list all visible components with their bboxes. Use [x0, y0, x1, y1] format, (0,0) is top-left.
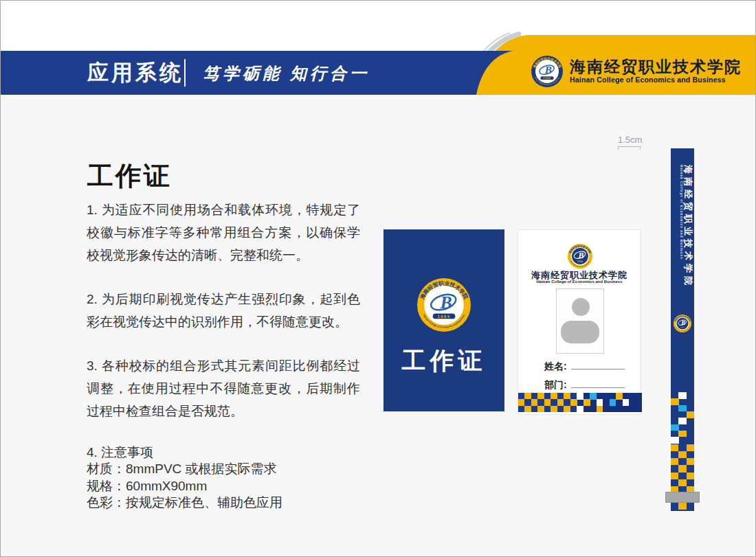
pattern-cell [531, 406, 538, 412]
dept-label: 部门: [544, 379, 567, 390]
pattern-cell [524, 406, 531, 412]
list-item: 3. 各种校标的组合形式其元素间距比例都经过调整，在使用过程中不得随意更改，后期… [87, 354, 360, 422]
person-silhouette-icon [572, 298, 590, 316]
pattern-cell [583, 399, 590, 406]
pattern-cell [678, 458, 687, 466]
strap-college-name-en: Hainan College of Economics and Business [679, 165, 683, 324]
pattern-cell [524, 399, 531, 406]
name-blank-line [571, 361, 625, 370]
section-title: 工作证 [87, 159, 172, 194]
list-item: 色彩：按规定标准色、辅助色应用 [87, 495, 360, 512]
pattern-cell [537, 399, 544, 406]
badge-front-card: 海南经贸职业技术学院 Hainan College of Economics a… [518, 229, 641, 415]
pattern-cell [671, 424, 679, 431]
width-measure-label: 1.5cm [618, 135, 642, 145]
header-divider [184, 59, 186, 87]
pattern-cell [687, 479, 694, 487]
pattern-cell [678, 418, 687, 424]
pattern-cell [678, 444, 687, 452]
pattern-cell [687, 451, 694, 459]
pattern-cell [537, 406, 544, 412]
pattern-cell [597, 399, 603, 406]
body-copy: 1. 为适应不同使用场合和载体环境，特规定了校徽与标准字等多种常用组合方案，以确… [87, 198, 360, 512]
pattern-cell [678, 392, 687, 399]
strap-checker-pattern [671, 444, 694, 493]
pattern-cell [610, 399, 616, 406]
width-measure-bracket [618, 146, 641, 150]
college-logo-icon [531, 56, 563, 87]
checker-strip [518, 393, 642, 412]
photo-placeholder [556, 288, 604, 354]
pattern-cell [570, 393, 577, 400]
pattern-cell [687, 444, 694, 452]
list-item: 1. 为适应不同使用场合和载体环境，特规定了校徽与标准字等多种常用组合方案，以确… [87, 198, 360, 266]
paragraphs: 1. 为适应不同使用场合和载体环境，特规定了校徽与标准字等多种常用组合方案，以确… [87, 198, 360, 422]
list-item: 规格：60mmX90mm [87, 478, 360, 495]
pattern-cell [537, 393, 544, 400]
lanyard-clasp [665, 492, 700, 503]
pattern-cell [671, 444, 679, 452]
badge-back-card: 工作证 [383, 229, 504, 411]
pattern-cell [671, 458, 679, 466]
pattern-cell [518, 406, 525, 412]
pattern-cell [570, 406, 577, 412]
notes-title: 4. 注意事项 [87, 444, 360, 461]
header-brand: 海南经贸职业技术学院 Hainan College of Economics a… [531, 56, 742, 87]
page-title: 应用系统 [87, 58, 184, 87]
pattern-cell [678, 479, 687, 487]
pattern-cell [671, 451, 679, 459]
strap-tail-pattern [671, 503, 694, 510]
pattern-cell [524, 393, 531, 400]
pattern-cell [678, 451, 687, 459]
college-logo-icon [674, 315, 691, 332]
pattern-cell [671, 473, 679, 480]
pattern-cell [577, 393, 583, 400]
pattern-cell [557, 393, 564, 400]
dept-blank-line [571, 380, 625, 388]
pattern-cell [531, 393, 538, 400]
pattern-cell [544, 399, 551, 406]
pattern-cell [564, 406, 570, 412]
pattern-cell [678, 465, 687, 473]
list-item: 材质：8mmPVC 或根据实际需求 [87, 461, 360, 478]
pattern-cell [671, 479, 679, 487]
pattern-cell [687, 503, 694, 510]
pattern-cell [678, 473, 687, 480]
pattern-cell [544, 393, 551, 400]
pattern-cell [518, 399, 525, 406]
strap-text: 海南经贸职业技术学院 Hainan College of Economics a… [679, 165, 693, 324]
college-logo-icon [417, 278, 471, 332]
lanyard-strap: 海南经贸职业技术学院 Hainan College of Economics a… [671, 148, 694, 511]
college-name-en: Hainan College of Economics and Business [570, 76, 742, 84]
pattern-cell [671, 465, 679, 473]
notes-list: 材质：8mmPVC 或根据实际需求规格：60mmX90mm色彩：按规定标准色、辅… [87, 461, 360, 512]
pattern-cell [564, 393, 570, 400]
name-label: 姓名: [544, 361, 567, 372]
college-name-cn: 海南经贸职业技术学院 [570, 59, 742, 76]
pattern-cell [551, 393, 557, 400]
pattern-cell [557, 399, 564, 406]
pattern-cell [597, 406, 603, 412]
pattern-cell [687, 473, 694, 480]
vi-manual-page: 应用系统 笃学砺能 知行合一 海南经贸职业技术学院 Hainan College… [0, 0, 756, 557]
pattern-cell [577, 406, 583, 412]
pattern-cell [616, 393, 623, 400]
pattern-cell [678, 503, 687, 510]
college-logo-icon [568, 244, 592, 269]
brand-names: 海南经贸职业技术学院 Hainan College of Economics a… [570, 59, 742, 84]
pattern-cell [544, 406, 551, 412]
pattern-cell [671, 398, 679, 405]
pattern-cell [687, 458, 694, 466]
pattern-cell [570, 399, 577, 406]
pattern-cell [564, 399, 570, 406]
pattern-cell [590, 393, 597, 400]
person-silhouette-body [561, 321, 599, 343]
pattern-cell [518, 393, 525, 400]
strap-college-name-cn: 海南经贸职业技术学院 [683, 165, 693, 324]
pattern-cell [687, 411, 694, 418]
pattern-cell [623, 399, 630, 406]
pattern-cell [551, 399, 557, 406]
pattern-cell [678, 431, 687, 437]
pattern-cell [551, 406, 557, 412]
list-item: 2. 为后期印刷视觉传达产生强烈印象，起到色彩在视觉传达中的识别作用，不得随意更… [87, 288, 360, 333]
